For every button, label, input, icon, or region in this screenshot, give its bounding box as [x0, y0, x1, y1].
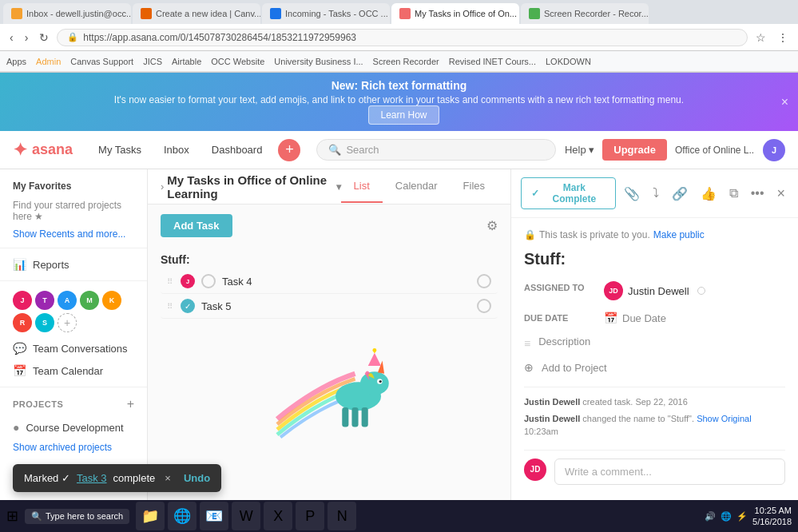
- add-team-member-button[interactable]: +: [58, 313, 77, 332]
- show-recents-link[interactable]: Show Recents and more...: [0, 225, 147, 243]
- sidebar-item-team-calendar[interactable]: 📅 Team Calendar: [0, 359, 147, 382]
- panel-close-button[interactable]: ×: [773, 182, 788, 205]
- make-public-link[interactable]: Make public: [653, 229, 705, 240]
- tab-inbox[interactable]: Inbox - dewell.justin@occ... ×: [3, 3, 131, 24]
- dashboard-nav-link[interactable]: Dashboard: [202, 139, 272, 161]
- dependency-button[interactable]: ⤵: [649, 183, 662, 204]
- bookmark-inet[interactable]: Revised INET Cours...: [449, 57, 536, 66]
- team-avatar-6[interactable]: S: [35, 313, 54, 332]
- toast-task-link[interactable]: Task 3: [77, 472, 107, 484]
- tab-occ[interactable]: Incoming - Tasks - OCC ... ×: [262, 3, 390, 24]
- add-task-button[interactable]: Add Task: [161, 214, 232, 237]
- view-title-text: My Tasks in Office of Online Learning: [167, 173, 332, 200]
- due-date-value[interactable]: 📅 Due Date: [604, 312, 666, 324]
- description-row: ≡ Description: [524, 335, 785, 350]
- bookmark-apps[interactable]: Apps: [6, 57, 26, 66]
- menu-button[interactable]: ⋮: [774, 30, 792, 46]
- filter-button[interactable]: ⚙: [486, 218, 498, 233]
- task-row-task4[interactable]: ⠿ J Task 4: [161, 269, 498, 294]
- taskbar-excel[interactable]: X: [264, 502, 292, 530]
- search-box[interactable]: 🔍 Search: [316, 139, 556, 161]
- taskbar-search[interactable]: 🔍 Type here to search: [25, 509, 129, 524]
- team-avatar-5[interactable]: R: [13, 313, 32, 332]
- bookmark-lokdown[interactable]: LOKDOWN: [546, 57, 591, 66]
- forward-button[interactable]: ›: [22, 30, 32, 46]
- learn-how-button[interactable]: Learn How: [368, 105, 439, 125]
- taskbar-tray: 🔊 🌐 ⚡ 10:25 AM 5/16/2018: [705, 505, 792, 528]
- taskbar-ppt[interactable]: P: [296, 502, 324, 530]
- tab-calendar[interactable]: Calendar: [383, 170, 451, 203]
- team-avatar-3[interactable]: M: [80, 291, 99, 310]
- tab-list[interactable]: List: [341, 170, 383, 203]
- bookmark-screen[interactable]: Screen Recorder: [373, 57, 439, 66]
- tab-screen[interactable]: Screen Recorder - Recor... ×: [521, 3, 649, 24]
- toast-marked-text: Marked ✓: [24, 472, 70, 484]
- help-button[interactable]: Help ▾: [565, 144, 594, 156]
- task5-checkbox[interactable]: ✓: [181, 299, 195, 313]
- assignee-edit-dot[interactable]: [697, 287, 705, 295]
- bookmark-university[interactable]: University Business I...: [274, 57, 363, 66]
- bookmark-canvas[interactable]: Canvas Support: [70, 57, 133, 66]
- show-original-link[interactable]: Show Original: [697, 414, 751, 423]
- tray-network[interactable]: 🌐: [721, 511, 732, 522]
- panel-actions: 📎 ⤵ 🔗 👍 ⧉ ••• ×: [621, 182, 788, 205]
- back-button[interactable]: ‹: [6, 30, 17, 46]
- show-archived-link[interactable]: Show archived projects: [0, 439, 147, 456]
- refresh-button[interactable]: ↻: [36, 30, 52, 46]
- activity-time-2: 10:23am: [524, 427, 558, 436]
- windows-start-button[interactable]: ⊞: [6, 507, 18, 525]
- tab-files[interactable]: Files: [451, 170, 498, 203]
- taskbar-email[interactable]: 📧: [200, 502, 228, 530]
- inbox-nav-link[interactable]: Inbox: [154, 139, 199, 161]
- add-to-project-row[interactable]: ⊕ Add to Project: [524, 361, 785, 374]
- tab-asana[interactable]: My Tasks in Office of On... ×: [391, 3, 519, 24]
- bookmark-jics[interactable]: JICS: [143, 57, 162, 66]
- team-avatar-0[interactable]: J: [13, 291, 32, 310]
- banner-close-button[interactable]: ×: [781, 95, 788, 109]
- sidebar-item-team-conversations[interactable]: 💬 Team Conversations: [0, 337, 147, 359]
- like-button[interactable]: 👍: [697, 183, 720, 204]
- add-project-button[interactable]: +: [127, 397, 134, 411]
- bookmark-occ[interactable]: OCC Website: [211, 57, 264, 66]
- upgrade-button[interactable]: Upgrade: [602, 139, 667, 161]
- address-bar: ‹ › ↻ 🔒 https://app.asana.com/0/14507873…: [0, 24, 798, 51]
- my-tasks-nav-link[interactable]: My Tasks: [89, 139, 151, 161]
- team-avatars: J T A M K R S +: [0, 286, 147, 337]
- task5-complete-circle[interactable]: [477, 299, 491, 313]
- url-box[interactable]: 🔒 https://app.asana.com/0/14507873028645…: [57, 29, 748, 46]
- reports-icon: 📊: [13, 258, 26, 271]
- bookmark-admin[interactable]: Admin: [36, 57, 61, 66]
- task-row-task5[interactable]: ⠿ ✓ Task 5: [161, 294, 498, 319]
- bookmark-button[interactable]: ☆: [752, 30, 769, 46]
- attachment-button[interactable]: 📎: [621, 183, 643, 204]
- view-title: My Tasks in Office of Online Learning ▾: [167, 173, 340, 200]
- team-avatar-4[interactable]: K: [102, 291, 121, 310]
- description-value[interactable]: Description: [538, 335, 590, 347]
- team-avatar-1[interactable]: T: [35, 291, 54, 310]
- taskbar-word[interactable]: W: [232, 502, 260, 530]
- taskbar-chrome[interactable]: 🌐: [168, 502, 197, 530]
- task4-complete-circle[interactable]: [477, 274, 491, 288]
- taskbar-date: 5/16/2018: [752, 516, 792, 527]
- team-avatar-2[interactable]: A: [58, 291, 77, 310]
- taskbar-onenote[interactable]: N: [328, 502, 356, 530]
- task4-checkbox[interactable]: [201, 274, 216, 288]
- copy-button[interactable]: ⧉: [726, 183, 741, 204]
- tray-power[interactable]: ⚡: [736, 511, 748, 522]
- tray-volume[interactable]: 🔊: [705, 511, 716, 522]
- toast-undo-button[interactable]: Undo: [184, 472, 210, 484]
- add-button[interactable]: +: [278, 139, 300, 161]
- tab-canvas[interactable]: Create a new idea | Canv... ×: [133, 3, 260, 24]
- team-conversations-label: Team Conversations: [33, 343, 128, 355]
- sidebar-item-reports[interactable]: 📊 Reports: [0, 253, 147, 276]
- link-button[interactable]: 🔗: [669, 183, 691, 204]
- user-avatar[interactable]: J: [763, 139, 785, 161]
- bookmark-airtable[interactable]: Airtable: [172, 57, 201, 66]
- sidebar-item-course-development[interactable]: ● Course Development: [0, 416, 147, 439]
- mark-complete-button[interactable]: ✓ Mark Complete: [521, 177, 616, 209]
- taskbar-file-explorer[interactable]: 📁: [136, 502, 165, 530]
- toast-close-button[interactable]: ×: [165, 472, 171, 484]
- comment-placeholder: Write a comment...: [565, 466, 652, 478]
- more-button[interactable]: •••: [748, 183, 768, 204]
- comment-input[interactable]: Write a comment...: [554, 459, 785, 485]
